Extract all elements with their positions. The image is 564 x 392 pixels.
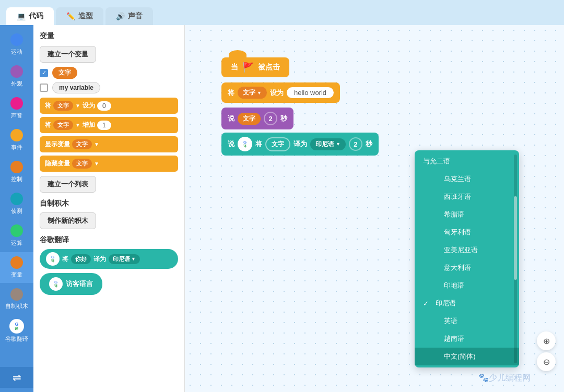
code-icon: 💻: [17, 12, 26, 20]
tab-code[interactable]: 💻 代码: [6, 7, 54, 25]
variables-dot: [10, 256, 23, 269]
sidebar-item-control[interactable]: 控制: [0, 157, 33, 187]
section-variable-title: 变量: [40, 31, 178, 41]
dropdown-item-8[interactable]: 英语: [415, 312, 519, 330]
dropdown-item-9[interactable]: 越南语: [415, 330, 519, 348]
create-block-button[interactable]: 制作新的积木: [40, 212, 96, 229]
google-translate-block[interactable]: G译 将 你好 译为 印尼语 ▼: [40, 249, 178, 269]
show-var-dropdown[interactable]: 文字: [72, 139, 92, 149]
variable-checkbox-checked[interactable]: ✓: [40, 69, 48, 77]
translate-block-canvas[interactable]: 说 G译 将 文字 译为 印尼语 ▼ 2 秒: [221, 133, 379, 156]
tab-costume[interactable]: ✏️ 造型: [56, 7, 103, 25]
zoom-out-icon: ⊖: [543, 357, 550, 367]
add-var-dropdown[interactable]: 文字: [53, 120, 73, 130]
script-area[interactable]: 当 🚩 被点击 将 文字 ▼ 设为 hello world 说: [185, 25, 564, 392]
google-icon-preview: G译: [46, 252, 60, 266]
set-variable-block[interactable]: 将 文字 ▼ 设为 0: [40, 98, 178, 114]
sidebar-item-custom[interactable]: 自制积木: [0, 284, 33, 314]
sidebar-control-label: 控制: [11, 175, 22, 183]
sound-dot: [10, 97, 23, 110]
sidebar-item-looks[interactable]: 外观: [0, 61, 33, 92]
add-variable-block[interactable]: 将 文字 ▼ 增加 1: [40, 117, 178, 133]
events-dot: [10, 129, 23, 141]
language-dropdown-menu[interactable]: 与允二语 乌克兰语 西班牙语 希腊语 匈牙利语 亚美尼亚语: [415, 150, 519, 367]
sidebar-variables-label: 变量: [11, 271, 22, 279]
variable-checked-row: ✓ 文字: [40, 67, 178, 79]
sidebar-google-label: 谷歌翻译: [5, 336, 28, 342]
google-sidebar-icon: G 译: [9, 319, 24, 334]
create-variable-button[interactable]: 建立一个变量: [40, 46, 96, 63]
variable-label-text: 文字: [52, 67, 77, 79]
trans-lang-dropdown[interactable]: 印尼语 ▼: [310, 138, 346, 150]
main-area: 运动 外观 声音 事件 控制 侦测 运算 变量: [0, 25, 564, 392]
trans-var-canvas: 文字: [265, 137, 290, 151]
dropdown-item-7[interactable]: ✓ 印尼语: [415, 294, 519, 312]
tab-code-label: 代码: [29, 11, 43, 21]
dropdown-item-4[interactable]: 亚美尼亚语: [415, 241, 519, 259]
trans-num-canvas: 2: [349, 137, 362, 151]
dropdown-item-0[interactable]: 乌克兰语: [415, 170, 519, 188]
operators-dot: [10, 224, 23, 237]
sidebar-item-sensing[interactable]: 侦测: [0, 188, 33, 219]
add-val-circle: 1: [97, 121, 111, 130]
control-dot: [10, 161, 23, 173]
sidebar-item-operators[interactable]: 运算: [0, 220, 33, 251]
say-var-canvas: 文字: [238, 113, 261, 125]
zoom-in-button[interactable]: ⊕: [537, 331, 556, 350]
sidebar: 运动 外观 声音 事件 控制 侦测 运算 变量: [0, 25, 33, 392]
looks-dot: [10, 65, 23, 78]
set-var-dropdown[interactable]: 文字: [53, 101, 73, 111]
show-variable-block[interactable]: 显示变量 文字 ▼: [40, 136, 178, 152]
google-icon-canvas: G译: [238, 137, 252, 151]
sensing-dot: [10, 193, 23, 205]
tab-sound[interactable]: 🔊 声音: [105, 7, 153, 25]
hide-variable-block[interactable]: 隐藏变量 文字 ▼: [40, 156, 178, 172]
preview-lang-dropdown[interactable]: 印尼语 ▼: [109, 254, 140, 264]
dropdown-item-10[interactable]: 中文(简体): [415, 348, 519, 365]
my-variable-pill: my variable: [52, 82, 100, 93]
blocks-panel: 变量 建立一个变量 ✓ 文字 my variable 将 文字 ▼ 设为 0 将…: [33, 25, 185, 392]
sidebar-sound-label: 声音: [11, 112, 22, 120]
sidebar-events-label: 事件: [11, 144, 22, 151]
custom-dot: [10, 288, 23, 301]
google-icon-visitor: G译: [49, 277, 63, 291]
section-custom-title: 自制积木: [40, 199, 178, 208]
hat-text: 被点击: [258, 63, 280, 72]
visitor-language-block[interactable]: G译 访客语言: [40, 273, 102, 295]
dropdown-item-1[interactable]: 西班牙语: [415, 188, 519, 206]
variable-checkbox-empty[interactable]: [40, 84, 48, 92]
sidebar-custom-label: 自制积木: [5, 303, 28, 310]
hide-var-dropdown[interactable]: 文字: [72, 159, 92, 169]
zoom-in-icon: ⊕: [543, 336, 550, 346]
sidebar-item-variables[interactable]: 变量: [0, 252, 33, 283]
create-list-button[interactable]: 建立一个列表: [40, 176, 96, 193]
set-value-canvas: hello world: [287, 87, 334, 98]
motion-dot: [10, 33, 23, 46]
set-block-canvas[interactable]: 将 文字 ▼ 设为 hello world: [221, 82, 340, 103]
sidebar-item-motion[interactable]: 运动: [0, 29, 33, 60]
dropdown-scrollbar-track: [514, 155, 517, 363]
dropdown-item-5[interactable]: 意大利语: [415, 259, 519, 277]
hat-block[interactable]: 当 🚩 被点击: [221, 57, 289, 77]
sidebar-item-events[interactable]: 事件: [0, 125, 33, 156]
dropdown-item-6[interactable]: 印地语: [415, 277, 519, 294]
tab-sound-label: 声音: [128, 11, 143, 21]
sidebar-motion-label: 运动: [11, 48, 22, 56]
say-block-canvas[interactable]: 说 文字 2 秒: [221, 108, 293, 129]
sidebar-item-google[interactable]: G 译 谷歌翻译: [0, 315, 33, 347]
sidebar-looks-label: 外观: [11, 80, 22, 88]
sidebar-item-sound[interactable]: 声音: [0, 93, 33, 124]
dropdown-scrollbar-thumb[interactable]: [514, 196, 517, 280]
dropdown-item-2[interactable]: 希腊语: [415, 206, 519, 223]
section-google-title: 谷歌翻译: [40, 235, 178, 245]
sidebar-sensing-label: 侦测: [11, 207, 22, 215]
variable-unchecked-row: my variable: [40, 82, 178, 93]
sidebar-item-expand[interactable]: ⇌: [0, 367, 33, 388]
tab-costume-label: 造型: [78, 11, 93, 21]
set-var-canvas[interactable]: 文字 ▼: [238, 87, 267, 99]
say-num-canvas: 2: [264, 112, 277, 125]
dropdown-item-3[interactable]: 匈牙利语: [415, 223, 519, 241]
check-mark-7: ✓: [423, 300, 431, 307]
sidebar-operators-label: 运算: [11, 239, 22, 247]
zoom-out-button[interactable]: ⊖: [537, 352, 556, 371]
